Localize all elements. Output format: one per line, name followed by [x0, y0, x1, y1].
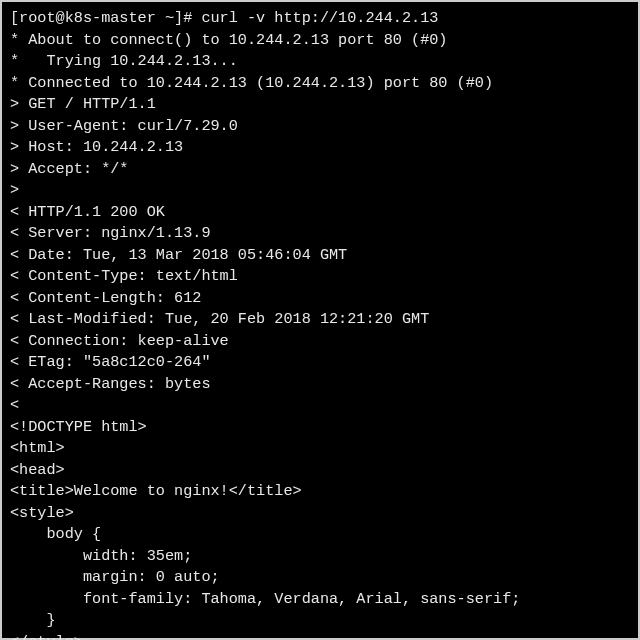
terminal-line: < — [10, 395, 630, 417]
terminal-line: < ETag: "5a8c12c0-264" — [10, 352, 630, 374]
terminal-line: <!DOCTYPE html> — [10, 417, 630, 439]
terminal-line: < Accept-Ranges: bytes — [10, 374, 630, 396]
terminal-line: font-family: Tahoma, Verdana, Arial, san… — [10, 589, 630, 611]
terminal-line: < Content-Type: text/html — [10, 266, 630, 288]
terminal-line: width: 35em; — [10, 546, 630, 568]
terminal-line: <title>Welcome to nginx!</title> — [10, 481, 630, 503]
terminal-line: > Host: 10.244.2.13 — [10, 137, 630, 159]
terminal-line: <head> — [10, 460, 630, 482]
terminal-line: > User-Agent: curl/7.29.0 — [10, 116, 630, 138]
terminal-line: * Connected to 10.244.2.13 (10.244.2.13)… — [10, 73, 630, 95]
terminal-window[interactable]: [root@k8s-master ~]# curl -v http://10.2… — [0, 0, 640, 640]
terminal-line: < Content-Length: 612 — [10, 288, 630, 310]
terminal-line: </style> — [10, 632, 630, 641]
terminal-line: <style> — [10, 503, 630, 525]
terminal-line: > Accept: */* — [10, 159, 630, 181]
terminal-line: body { — [10, 524, 630, 546]
terminal-line: < Last-Modified: Tue, 20 Feb 2018 12:21:… — [10, 309, 630, 331]
terminal-line: < Connection: keep-alive — [10, 331, 630, 353]
terminal-line: <html> — [10, 438, 630, 460]
terminal-line: * Trying 10.244.2.13... — [10, 51, 630, 73]
terminal-line: [root@k8s-master ~]# curl -v http://10.2… — [10, 8, 630, 30]
terminal-line: margin: 0 auto; — [10, 567, 630, 589]
terminal-line: * About to connect() to 10.244.2.13 port… — [10, 30, 630, 52]
terminal-line: < Server: nginx/1.13.9 — [10, 223, 630, 245]
terminal-line: < HTTP/1.1 200 OK — [10, 202, 630, 224]
terminal-line: > — [10, 180, 630, 202]
terminal-line: > GET / HTTP/1.1 — [10, 94, 630, 116]
terminal-line: < Date: Tue, 13 Mar 2018 05:46:04 GMT — [10, 245, 630, 267]
terminal-line: } — [10, 610, 630, 632]
